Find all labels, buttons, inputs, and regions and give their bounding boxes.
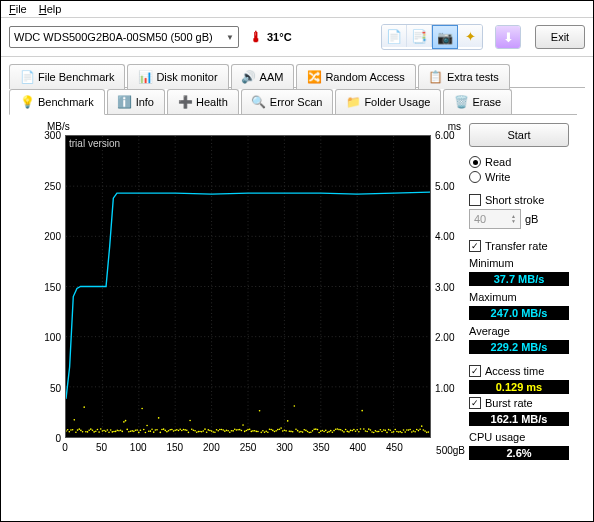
benchmark-chart: trial version [65, 135, 431, 438]
menu-help[interactable]: Help [39, 3, 62, 15]
svg-point-166 [317, 429, 319, 431]
save-icon[interactable]: ⬇ [496, 26, 520, 48]
y-tick: 300 [31, 130, 61, 141]
svg-point-200 [373, 432, 375, 434]
svg-point-210 [389, 430, 391, 432]
svg-point-172 [327, 431, 329, 433]
svg-point-220 [406, 429, 408, 431]
svg-point-83 [179, 428, 181, 430]
y2-tick: 2.00 [435, 332, 461, 343]
svg-point-194 [363, 428, 365, 430]
options-icon[interactable]: ✦ [458, 25, 482, 47]
burst-rate-value: 162.1 MB/s [469, 412, 569, 426]
average-label: Average [469, 325, 569, 337]
thermometer-icon: 🌡 [249, 29, 263, 45]
svg-point-115 [232, 430, 234, 432]
svg-point-79 [173, 430, 175, 432]
svg-point-46 [118, 430, 120, 432]
svg-point-142 [277, 429, 279, 431]
svg-point-65 [150, 430, 152, 432]
svg-point-27 [87, 431, 89, 433]
tab-icon: 📄 [20, 70, 34, 84]
short-stroke-input[interactable]: 40▲▼ [469, 209, 521, 229]
tab-benchmark[interactable]: 💡Benchmark [9, 89, 105, 115]
tab-row-2: 💡Benchmarkℹ️Info➕Health🔍Error Scan📁Folde… [9, 87, 585, 114]
svg-point-174 [330, 430, 332, 432]
svg-point-59 [140, 429, 142, 431]
x-tick: 250 [240, 442, 257, 453]
svg-point-165 [315, 428, 317, 430]
svg-point-14 [66, 430, 67, 432]
menu-file[interactable]: File [9, 3, 27, 15]
tab-error-scan[interactable]: 🔍Error Scan [241, 89, 334, 114]
svg-point-56 [135, 429, 137, 431]
svg-point-36 [102, 430, 104, 432]
spinner-icon[interactable]: ▲▼ [511, 214, 516, 224]
svg-point-170 [323, 431, 325, 433]
svg-point-173 [328, 431, 330, 433]
minimum-value: 37.7 MB/s [469, 272, 569, 286]
svg-point-90 [191, 428, 193, 430]
checkbox-icon [469, 397, 481, 409]
tab-folder-usage[interactable]: 📁Folder Usage [335, 89, 441, 114]
svg-point-23 [80, 430, 82, 432]
svg-point-227 [418, 430, 420, 432]
svg-point-169 [322, 430, 324, 432]
svg-point-196 [366, 431, 368, 433]
svg-point-66 [151, 428, 153, 430]
device-select[interactable]: WDC WDS500G2B0A-00SM50 (500 gB) ▼ [9, 26, 239, 48]
screenshot-icon[interactable]: 📷 [432, 25, 458, 49]
svg-point-213 [394, 429, 396, 431]
svg-point-22 [78, 428, 80, 430]
tab-info[interactable]: ℹ️Info [107, 89, 165, 114]
svg-point-70 [158, 417, 160, 419]
copy2-icon[interactable]: 📑 [407, 25, 432, 47]
read-radio[interactable]: Read [469, 156, 569, 168]
start-button[interactable]: Start [469, 123, 569, 147]
svg-point-89 [189, 420, 191, 422]
svg-point-51 [126, 429, 128, 431]
tab-disk-monitor[interactable]: 📊Disk monitor [127, 64, 228, 89]
write-radio[interactable]: Write [469, 171, 569, 183]
burst-rate-check[interactable]: Burst rate [469, 397, 569, 409]
svg-point-163 [312, 430, 314, 432]
svg-point-110 [224, 430, 226, 432]
svg-point-119 [239, 429, 241, 431]
svg-point-205 [381, 431, 383, 433]
tab-icon: ➕ [178, 95, 192, 109]
y2-tick: 5.00 [435, 180, 461, 191]
svg-point-146 [284, 429, 286, 431]
svg-point-199 [371, 431, 373, 433]
transfer-rate-check[interactable]: Transfer rate [469, 240, 569, 252]
svg-point-24 [82, 431, 84, 433]
svg-point-197 [368, 428, 370, 430]
svg-point-33 [97, 429, 99, 431]
tab-erase[interactable]: 🗑️Erase [443, 89, 512, 114]
tab-random-access[interactable]: 🔀Random Access [296, 64, 415, 89]
svg-point-231 [424, 430, 426, 432]
svg-point-74 [164, 430, 166, 432]
svg-point-67 [153, 431, 155, 433]
tab-icon: 📊 [138, 70, 152, 84]
svg-point-29 [90, 428, 92, 430]
svg-point-53 [130, 430, 132, 432]
svg-point-183 [345, 429, 347, 431]
copy-icon[interactable]: 📄 [382, 25, 407, 47]
tab-aam[interactable]: 🔊AAM [231, 64, 295, 89]
svg-point-55 [133, 431, 135, 433]
short-stroke-check[interactable]: Short stroke [469, 194, 569, 206]
tab-health[interactable]: ➕Health [167, 89, 239, 114]
access-time-check[interactable]: Access time [469, 365, 569, 377]
svg-point-114 [231, 430, 233, 432]
svg-point-186 [350, 430, 352, 432]
svg-point-95 [199, 431, 201, 433]
svg-point-144 [280, 427, 282, 429]
tab-file-benchmark[interactable]: 📄File Benchmark [9, 64, 125, 89]
tab-extra-tests[interactable]: 📋Extra tests [418, 64, 510, 89]
svg-point-84 [181, 430, 183, 432]
exit-button[interactable]: Exit [535, 25, 585, 49]
svg-point-96 [201, 431, 203, 433]
svg-point-139 [272, 430, 274, 432]
svg-point-107 [219, 429, 221, 431]
svg-point-180 [340, 429, 342, 431]
